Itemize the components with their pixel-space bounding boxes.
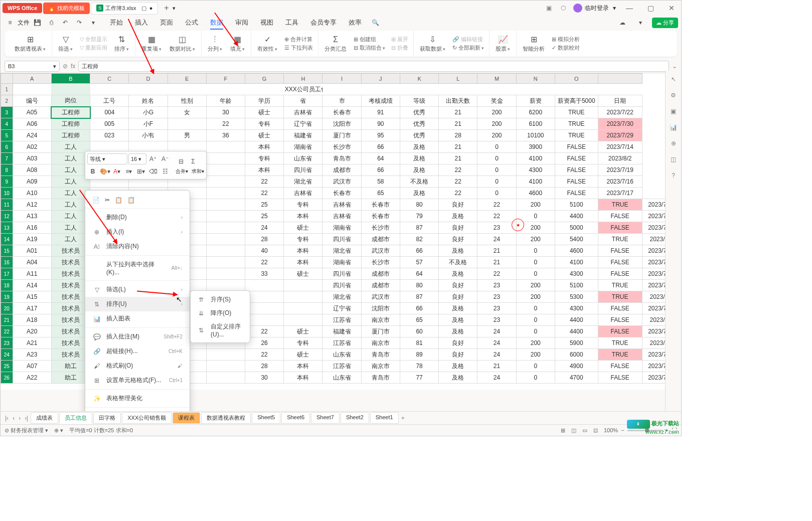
data-cell[interactable] — [206, 257, 245, 268]
data-cell[interactable]: 0 — [516, 257, 555, 268]
data-cell[interactable]: 21 — [477, 257, 516, 268]
data-cell[interactable]: 5000 — [555, 222, 598, 234]
print-icon[interactable]: ⎙ — [45, 17, 58, 28]
data-cell[interactable]: 66 — [400, 245, 438, 257]
data-cell[interactable]: 0 — [516, 303, 555, 314]
data-cell[interactable]: 5100 — [555, 199, 598, 211]
data-cell[interactable]: 男 — [168, 130, 206, 141]
data-cell[interactable]: 工程师 — [51, 107, 90, 118]
data-cell[interactable]: 四川省 — [322, 280, 361, 291]
data-cell[interactable]: TRUE — [598, 199, 642, 211]
data-cell[interactable]: FALSE — [598, 268, 642, 280]
data-cell[interactable]: 6200 — [516, 107, 555, 118]
data-cell[interactable]: 66 — [361, 141, 400, 153]
data-cell[interactable]: 及格 — [439, 361, 477, 372]
data-cell[interactable]: 89 — [400, 349, 438, 361]
data-cell[interactable]: 66 — [400, 303, 438, 314]
data-cell[interactable]: 200 — [516, 291, 555, 303]
data-cell[interactable]: 22 — [477, 268, 516, 280]
data-cell[interactable]: 辽宁省 — [322, 303, 361, 314]
data-cell[interactable]: 36 — [206, 130, 245, 141]
redo-icon[interactable]: ↷ — [73, 17, 86, 28]
data-cell[interactable]: 青岛市 — [361, 349, 400, 361]
workbook-tab[interactable]: S工作簿3.xlsx ▢ ● — [91, 2, 158, 15]
copy-icon[interactable]: 📄 — [92, 197, 100, 204]
data-cell[interactable] — [245, 303, 284, 314]
data-cell[interactable]: 23 — [477, 222, 516, 234]
data-cell[interactable]: 58 — [361, 176, 400, 188]
header-cell[interactable]: 省 — [284, 95, 322, 107]
data-cell[interactable]: 长春市 — [322, 107, 361, 118]
data-cell[interactable]: 硕士 — [245, 107, 284, 118]
getdata-button[interactable]: ⇩获取数据 — [416, 35, 449, 53]
data-cell[interactable]: A22 — [13, 372, 51, 384]
data-cell[interactable]: 青岛市 — [322, 153, 361, 164]
data-cell[interactable]: 及格 — [439, 245, 477, 257]
data-cell[interactable]: 4400 — [555, 314, 598, 326]
header-cell[interactable]: 岗位 — [51, 95, 90, 107]
data-cell[interactable]: 及格 — [439, 303, 477, 314]
data-cell[interactable]: 25 — [245, 199, 284, 211]
subtotal-button[interactable]: Σ分类汇总 — [320, 35, 351, 53]
data-cell[interactable]: A15 — [13, 291, 51, 303]
file}file-menu[interactable]: 文件 — [18, 19, 30, 27]
add-sheet-icon[interactable]: + — [400, 415, 406, 422]
menu-tab-视图[interactable]: 视图 — [254, 16, 279, 30]
data-cell[interactable]: 28 — [439, 130, 477, 141]
sheet-tab[interactable]: Sheet7 — [311, 412, 340, 424]
data-cell[interactable]: 不及格 — [400, 176, 438, 188]
data-cell[interactable]: 22 — [477, 199, 516, 211]
data-cell[interactable]: 硕士 — [284, 349, 322, 361]
data-cell[interactable]: A12 — [13, 199, 51, 211]
data-cell[interactable]: 女 — [168, 107, 206, 118]
data-cell[interactable]: 005 — [90, 118, 129, 130]
data-cell[interactable]: 80 — [400, 280, 438, 291]
sheet-prev-icon[interactable]: ‹ — [11, 415, 16, 422]
menu-delete[interactable]: 删除(D)› — [85, 210, 190, 225]
autosum-icon[interactable]: Σ — [188, 156, 199, 167]
data-cell[interactable]: 24 — [477, 349, 516, 361]
data-cell[interactable]: A03 — [13, 153, 51, 164]
column-header[interactable] — [1, 74, 13, 84]
data-cell[interactable]: 0 — [477, 153, 516, 164]
collapse-button[interactable]: ⊟ 折叠 — [391, 44, 408, 52]
merge-select[interactable]: 合并▾ — [176, 168, 188, 175]
data-cell[interactable]: 22 — [245, 326, 284, 337]
data-cell[interactable]: 本科 — [245, 141, 284, 153]
login-button[interactable]: 临时登录 ▾ — [573, 4, 616, 13]
data-cell[interactable]: 硕士 — [284, 268, 322, 280]
data-cell[interactable]: 23 — [477, 303, 516, 314]
column-header[interactable]: E — [168, 74, 206, 84]
data-cell[interactable]: 及格 — [400, 188, 438, 199]
view-page-icon[interactable]: ◫ — [571, 427, 576, 434]
data-cell[interactable]: 江苏省 — [322, 314, 361, 326]
data-cell[interactable]: 26 — [245, 337, 284, 349]
data-cell[interactable]: A05 — [13, 107, 51, 118]
data-cell[interactable] — [284, 291, 322, 303]
data-cell[interactable]: 长沙市 — [361, 257, 400, 268]
column-header[interactable]: I — [322, 74, 361, 84]
data-cell[interactable]: 青岛市 — [361, 372, 400, 384]
column-header[interactable]: H — [284, 74, 322, 84]
header-cell[interactable]: 年龄 — [206, 95, 245, 107]
data-cell[interactable]: 技术员 — [51, 257, 90, 268]
column-header[interactable]: C — [90, 74, 129, 84]
data-cell[interactable]: A13 — [13, 211, 51, 222]
data-cell[interactable]: FALSE — [555, 153, 598, 164]
sheet-tab[interactable]: Sheet1 — [370, 412, 399, 424]
data-cell[interactable]: 87 — [400, 222, 438, 234]
data-cell[interactable]: 沈阳市 — [322, 118, 361, 130]
group-button[interactable]: ⊞ 创建组 — [354, 36, 385, 43]
data-cell[interactable]: A08 — [13, 164, 51, 176]
pivot-button[interactable]: ⊞数据透视表 — [11, 35, 50, 53]
data-cell[interactable]: 四川省 — [284, 164, 322, 176]
data-cell[interactable]: 优秀 — [400, 118, 438, 130]
data-cell[interactable]: 吉林省 — [284, 107, 322, 118]
data-cell[interactable]: A10 — [13, 188, 51, 199]
data-cell[interactable]: 22 — [439, 164, 477, 176]
data-cell[interactable]: A02 — [13, 141, 51, 153]
sheet-tab[interactable]: 田字格 — [93, 412, 121, 424]
data-cell[interactable]: 6000 — [555, 349, 598, 361]
data-cell[interactable]: 长春市 — [361, 211, 400, 222]
data-cell[interactable]: 2023/8/2 — [598, 153, 642, 164]
